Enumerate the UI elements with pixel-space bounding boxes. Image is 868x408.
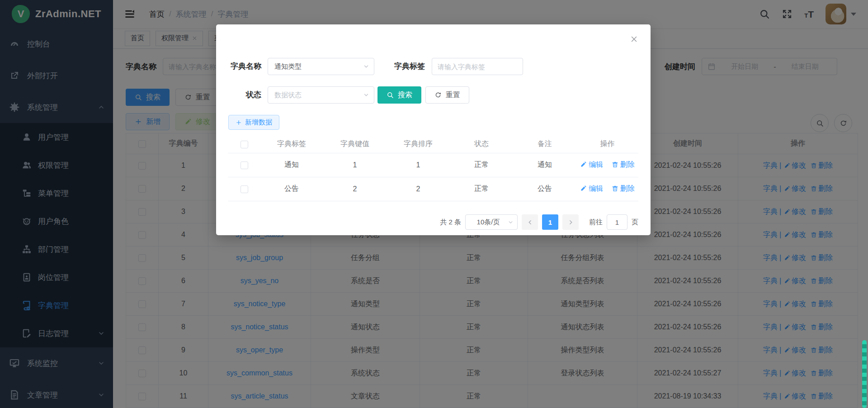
add-data-button-label: 新增数据	[245, 118, 272, 127]
dialog-reset-button[interactable]: 重置	[425, 86, 469, 104]
dict-label-cell: 公告	[260, 177, 323, 201]
search-icon	[387, 91, 394, 99]
dict-value-cell: 1	[323, 153, 387, 177]
select-all-header	[228, 136, 260, 153]
remark-cell: 通知	[513, 153, 576, 177]
close-icon[interactable]	[630, 35, 638, 43]
dialog-filter-row-1: 字典名称 通知类型 字典标签	[216, 58, 651, 75]
dict-data-table: 字典标签 字典键值 字典排序 状态 备注 操作 通知 1 1 正常 通知 编	[228, 136, 638, 201]
pencil-icon	[580, 161, 587, 168]
refresh-icon	[434, 91, 442, 99]
dict-name-select[interactable]: 通知类型	[268, 58, 374, 75]
dict-label-header: 字典标签	[260, 136, 323, 153]
dict-sort-header: 字典排序	[387, 136, 450, 153]
add-data-button[interactable]: 新增数据	[228, 115, 279, 130]
dialog-reset-label: 重置	[446, 90, 460, 100]
dialog-table-header-row: 字典标签 字典键值 字典排序 状态 备注 操作	[228, 136, 638, 153]
total-count: 共 2 条	[440, 218, 461, 227]
dialog-search-label: 搜索	[398, 90, 412, 100]
dict-value-header: 字典键值	[323, 136, 387, 153]
dict-label-cell: 通知	[260, 153, 323, 177]
dict-name-label: 字典名称	[218, 58, 261, 75]
chevron-left-icon	[527, 219, 533, 225]
checkbox-cell	[228, 153, 260, 177]
page-size-value: 10条/页	[477, 218, 500, 227]
status-cell: 正常	[450, 153, 513, 177]
status-header: 状态	[450, 136, 513, 153]
remark-cell: 公告	[513, 177, 576, 201]
dialog-table-row: 通知 1 1 正常 通知 编辑 删除	[228, 153, 638, 177]
trash-icon	[612, 161, 618, 168]
select-all-checkbox[interactable]	[241, 141, 248, 148]
delete-row-link[interactable]: 删除	[612, 161, 635, 168]
dict-sort-cell: 2	[387, 177, 450, 201]
dict-name-select-value: 通知类型	[274, 62, 302, 71]
edit-row-link[interactable]: 编辑	[580, 161, 603, 168]
status-select[interactable]: 数据状态	[268, 86, 374, 104]
chevron-down-icon	[363, 63, 369, 70]
dialog-table-row: 公告 2 2 正常 公告 编辑 删除	[228, 177, 638, 201]
status-cell: 正常	[450, 177, 513, 201]
current-page-button[interactable]: 1	[542, 214, 558, 230]
trash-icon	[612, 185, 618, 192]
row-checkbox[interactable]	[241, 161, 248, 169]
goto-label: 前往	[589, 218, 603, 227]
remark-header: 备注	[513, 136, 576, 153]
dict-data-dialog: 字典名称 通知类型 字典标签 状态 数据状态 搜索 重置 新增数据	[216, 24, 651, 235]
vertical-scrollbar-thumb[interactable]	[862, 340, 867, 408]
dict-label-label: 字典标签	[379, 58, 425, 75]
dict-sort-cell: 1	[387, 153, 450, 177]
dict-label-input-box	[432, 58, 523, 75]
dialog-filter-row-2: 状态 数据状态 搜索 重置	[216, 86, 651, 104]
dict-label-input[interactable]	[438, 63, 517, 71]
checkbox-cell	[228, 177, 260, 201]
goto-page-input[interactable]	[607, 214, 627, 230]
dialog-search-button[interactable]: 搜索	[377, 86, 421, 104]
chevron-down-icon	[508, 219, 514, 225]
dialog-pagination: 共 2 条 10条/页 1 前往 页	[440, 214, 638, 230]
operation-cell: 编辑 删除	[576, 177, 638, 201]
next-page-button[interactable]	[562, 214, 579, 230]
pencil-icon	[580, 185, 587, 192]
operation-header: 操作	[576, 136, 638, 153]
status-select-placeholder: 数据状态	[274, 91, 302, 100]
status-label: 状态	[218, 86, 261, 104]
row-checkbox[interactable]	[241, 185, 248, 193]
plus-icon	[236, 119, 242, 126]
page-unit-label: 页	[632, 218, 638, 227]
delete-row-link[interactable]: 删除	[612, 185, 635, 192]
page-size-select[interactable]: 10条/页	[465, 214, 518, 230]
chevron-down-icon	[363, 92, 369, 98]
prev-page-button[interactable]	[522, 214, 538, 230]
edit-row-link[interactable]: 编辑	[580, 185, 603, 192]
dict-value-cell: 2	[323, 177, 387, 201]
operation-cell: 编辑 删除	[576, 153, 638, 177]
chevron-right-icon	[568, 219, 574, 225]
